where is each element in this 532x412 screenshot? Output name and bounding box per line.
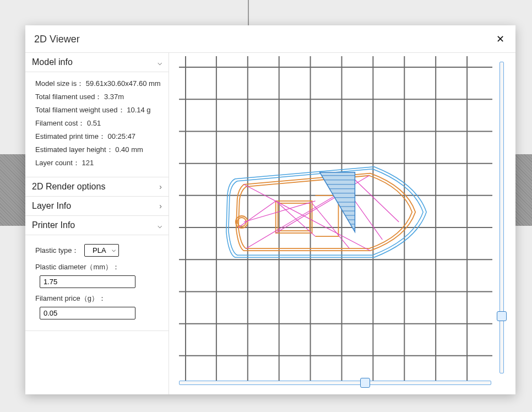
background-divider [248, 0, 249, 28]
section-header-printer-info[interactable]: Printer Info ⌵ [25, 216, 169, 235]
plastic-type-row: Plastic type： PLA [35, 244, 162, 257]
filament-used-value: 3.37m [104, 93, 124, 101]
chevron-down-icon: ⌵ [158, 221, 162, 230]
viewer-dialog: 2D Viewer ✕ Model info ⌵ Model size is 5… [25, 25, 515, 394]
viewer-area [169, 53, 515, 394]
price-label: Filament price（g）： [35, 294, 106, 303]
print-time-value: 00:25:47 [108, 132, 136, 140]
model-size-value: 59.61x30.60x47.60 mm [86, 79, 161, 88]
dialog-body: Model info ⌵ Model size is 59.61x30.60x4… [25, 52, 515, 394]
chevron-right-icon: › [159, 182, 162, 191]
filament-weight-key: Total filament weight used [35, 106, 125, 114]
vertical-slider[interactable] [497, 62, 507, 373]
filament-cost-value: 0.51 [87, 119, 101, 127]
sidebar: Model info ⌵ Model size is 59.61x30.60x4… [25, 53, 169, 394]
layer-count-value: 121 [82, 159, 94, 167]
dialog-title: 2D Viewer [34, 34, 80, 45]
section-title: Model info [32, 57, 73, 67]
section-header-render-options[interactable]: 2D Render options › [25, 177, 169, 197]
filament-weight-value: 10.14 g [127, 106, 150, 114]
layer-preview-svg [179, 56, 492, 382]
section-title: Printer Info [32, 220, 75, 230]
layer-height-value: 0.40 mm [115, 145, 143, 154]
model-size-row: Model size is 59.61x30.60x47.60 mm [35, 79, 162, 89]
filament-cost-key: Filament cost [35, 119, 85, 127]
filament-used-row: Total filament used 3.37m [35, 92, 162, 102]
plastic-type-label: Plastic type： [35, 246, 79, 256]
horizontal-slider-thumb[interactable] [360, 378, 370, 388]
horizontal-slider[interactable] [179, 378, 491, 388]
filament-used-key: Total filament used [35, 93, 102, 101]
model-size-key: Model size is [35, 79, 84, 88]
section-title: 2D Render options [32, 182, 105, 192]
section-body-model-info: Model size is 59.61x30.60x47.60 mm Total… [25, 72, 169, 177]
section-title: Layer Info [32, 201, 71, 211]
layer-height-key: Estimated layer height [35, 145, 113, 154]
filament-cost-row: Filament cost 0.51 [35, 118, 162, 128]
layer-count-row: Layer count 121 [35, 158, 162, 168]
price-input[interactable] [40, 307, 135, 319]
section-body-printer-info: Plastic type： PLA Plastic diameter（mm）： … [25, 235, 169, 331]
layer-height-row: Estimated layer height 0.40 mm [35, 145, 162, 155]
vertical-slider-track [500, 62, 504, 373]
diameter-label: Plastic diameter（mm）： [35, 262, 120, 272]
print-time-key: Estimated print time [35, 132, 106, 140]
close-icon[interactable]: ✕ [494, 31, 507, 47]
section-header-layer-info[interactable]: Layer Info › [25, 197, 169, 216]
chevron-right-icon: › [159, 202, 162, 210]
horizontal-slider-track [179, 381, 491, 385]
print-time-row: Estimated print time 00:25:47 [35, 132, 162, 142]
filament-weight-row: Total filament weight used 10.14 g [35, 105, 162, 115]
section-header-model-info[interactable]: Model info ⌵ [25, 53, 169, 72]
plastic-type-select[interactable]: PLA [84, 244, 119, 257]
diameter-input[interactable] [40, 275, 135, 288]
dialog-titlebar: 2D Viewer ✕ [25, 25, 515, 52]
chevron-down-icon: ⌵ [158, 58, 162, 67]
layer-count-key: Layer count [35, 159, 80, 167]
diameter-row: Plastic diameter（mm）： [35, 262, 162, 288]
vertical-slider-thumb[interactable] [497, 311, 507, 321]
price-row: Filament price（g）： [35, 294, 162, 319]
viewer-canvas[interactable] [179, 56, 492, 382]
